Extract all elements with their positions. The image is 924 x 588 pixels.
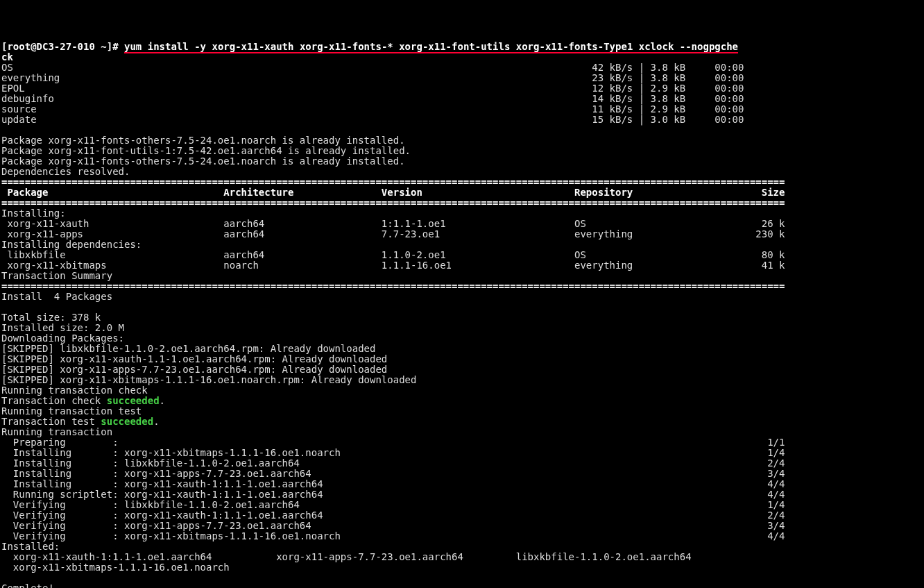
succeeded-text: succeeded [107, 395, 160, 406]
command-wrap: ck [1, 51, 13, 62]
installed-line: xorg-x11-xbitmaps-1.1.1-16.oe1.noarch [1, 562, 230, 573]
succeeded-text: succeeded [101, 416, 153, 427]
installed-label: Installed: [1, 541, 60, 552]
complete-text: Complete! [1, 582, 54, 588]
tx-check-line: Transaction check succeeded. [1, 395, 165, 406]
tx-summary-label: Transaction Summary [1, 270, 112, 281]
deps-resolved: Dependencies resolved. [1, 166, 130, 177]
separator: ========================================… [1, 197, 785, 208]
command-input: yum install -y xorg-x11-xauth xorg-x11-f… [124, 41, 738, 52]
terminal-output[interactable]: [root@DC3-27-010 ~]# yum install -y xorg… [0, 42, 924, 588]
separator: ========================================… [1, 280, 785, 292]
table-header: Package Architecture Version Repository … [1, 187, 785, 198]
totals: Total size: 378 k Installed size: 2.0 M … [1, 312, 124, 344]
separator: ========================================… [1, 176, 785, 187]
steps: Preparing : 1/1 Installing : xorg-x11-xb… [1, 437, 785, 541]
already-installed: Package xorg-x11-fonts-others-7.5-24.oe1… [1, 135, 411, 167]
repo-line: OS 42 kB/s | 3.8 kB 00:00 everything [1, 62, 744, 125]
run-tx-check: Running transaction check [1, 385, 148, 396]
installed-line: xorg-x11-xauth-1:1.1-1.oe1.aarch64 xorg-… [1, 551, 692, 562]
install-groups: Installing: xorg-x11-xauth aarch64 1:1.1… [1, 208, 785, 271]
shell-prompt: [root@DC3-27-010 ~]# [1, 41, 124, 52]
run-tx: Running transaction [1, 426, 112, 437]
tx-test-line: Transaction test succeeded. [1, 416, 160, 427]
install-count: Install 4 Packages [1, 291, 112, 302]
run-tx-test: Running transaction test [1, 405, 142, 417]
skipped: [SKIPPED] libxkbfile-1.1.0-2.oe1.aarch64… [1, 343, 416, 385]
